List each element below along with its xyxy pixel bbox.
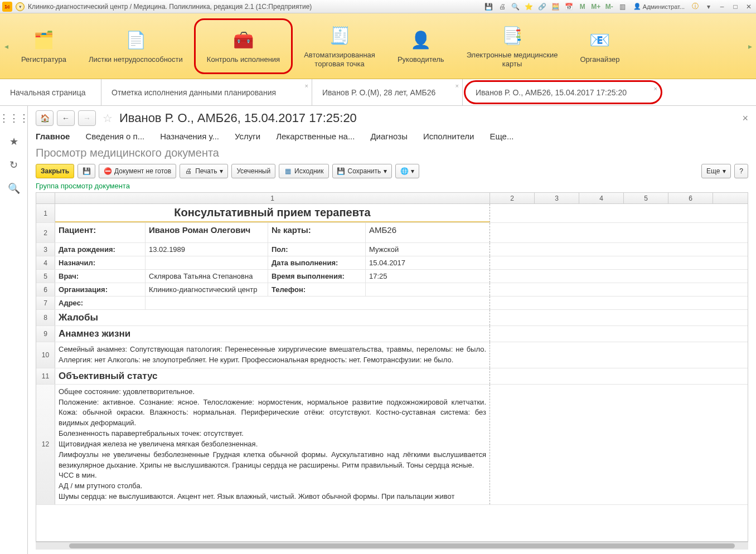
m-minus-icon[interactable]: M-	[604, 2, 614, 12]
not-ready-button[interactable]: ⛔Документ не готов	[99, 164, 176, 178]
spreadsheet[interactable]: 1 2 3 4 5 6 1 Консультативный прием тера…	[36, 192, 748, 542]
row-num[interactable]: 5	[36, 270, 55, 283]
section-organizer[interactable]: 📧 Органайзер	[569, 18, 631, 74]
col-6[interactable]: 6	[668, 193, 713, 203]
tab-label: Начальная страница	[10, 88, 85, 97]
chevron-down-icon: ▾	[723, 167, 726, 175]
close-icon[interactable]: ×	[305, 82, 308, 89]
col-1[interactable]: 1	[55, 193, 490, 203]
save-icon[interactable]: 💾	[484, 2, 494, 12]
truncated-button[interactable]: Усеченный	[231, 164, 275, 178]
apps-icon[interactable]: ⋮⋮⋮	[7, 111, 21, 125]
calc-icon[interactable]: 🧮	[551, 2, 561, 12]
back-button[interactable]: ←	[57, 110, 75, 126]
section-sicklists[interactable]: 📄 Листки нетрудоспособности	[77, 18, 194, 74]
history-icon[interactable]: ↻	[7, 158, 21, 172]
section-control[interactable]: 🧰 Контроль исполнения	[194, 18, 293, 74]
col-4[interactable]: 4	[579, 193, 624, 203]
info-icon[interactable]: ⓘ	[690, 2, 700, 12]
group-link[interactable]: Группа просмотр документа	[36, 182, 748, 190]
row-num[interactable]: 4	[36, 256, 55, 269]
close-icon[interactable]: ×	[654, 85, 657, 92]
section-manager[interactable]: 👤 Руководитель	[386, 18, 455, 74]
scroll-thumb[interactable]	[69, 543, 735, 548]
row-num[interactable]: 11	[36, 368, 55, 384]
section-pos[interactable]: 🧾 Автоматизированная торговая точка	[293, 18, 386, 74]
subtab-diag[interactable]: Диагнозы	[370, 132, 407, 141]
chevron-down-icon: ▾	[220, 167, 223, 175]
help-button[interactable]: ?	[734, 164, 748, 178]
sections-scroll-right[interactable]: ▸	[746, 38, 754, 54]
section-emr[interactable]: 📑 Электронные медицинские карты	[455, 18, 569, 74]
home-button[interactable]: 🏠	[36, 110, 54, 126]
forward-button[interactable]: →	[78, 110, 96, 126]
subtab-drugs[interactable]: Лекарственные на...	[276, 132, 355, 141]
maximize-icon[interactable]: □	[730, 2, 740, 12]
col-3[interactable]: 3	[535, 193, 579, 203]
star-icon[interactable]: ★	[7, 135, 21, 148]
desk-icon: 🗂️	[32, 28, 55, 52]
row-num[interactable]: 6	[36, 283, 55, 296]
sections-scroll-left[interactable]: ◂	[2, 38, 10, 54]
stop-icon: ⛔	[104, 167, 112, 175]
row-12: 12 Общее состояние: удовлетворительное. …	[36, 385, 748, 505]
subtab-exec[interactable]: Исполнители	[423, 132, 474, 141]
user-menu[interactable]: 👤 Администрат...	[631, 3, 687, 10]
globe-button[interactable]: 🌐▾	[395, 164, 419, 178]
chevron-down-icon: ▾	[384, 167, 387, 175]
col-2[interactable]: 2	[490, 193, 535, 203]
row-num[interactable]: 10	[36, 342, 55, 368]
chevron-down-icon: ▾	[411, 167, 414, 175]
globe-icon: 🌐	[400, 167, 408, 175]
row-6: 6 Организация: Клинико-диагностический ц…	[36, 283, 748, 297]
medkit-icon: 🧰	[231, 28, 255, 52]
row-num[interactable]: 3	[36, 243, 55, 256]
col-5[interactable]: 5	[624, 193, 668, 203]
tab-planning[interactable]: Отметка исполнения данными планирования×	[101, 79, 312, 105]
print-button[interactable]: 🖨Печать▾	[180, 164, 228, 178]
subtab-info[interactable]: Сведения о п...	[85, 132, 144, 141]
row-num[interactable]: 1	[36, 204, 55, 222]
panels-icon[interactable]: ▥	[618, 2, 628, 12]
row-num[interactable]: 9	[36, 326, 55, 342]
search-icon[interactable]: 🔍	[7, 182, 21, 195]
close-window-icon[interactable]: ✕	[744, 2, 754, 12]
calendar-icon[interactable]: 📅	[564, 2, 574, 12]
header-row: 🏠 ← → ☆ Иванов Р. О., АМБ26, 15.04.2017 …	[36, 110, 748, 126]
tab-patient-card[interactable]: Иванов Р. О.(М), 28 лет, АМБ26×	[312, 79, 463, 105]
favorite-icon[interactable]: ⭐	[524, 2, 534, 12]
print-icon[interactable]: 🖨	[497, 2, 507, 12]
tab-document[interactable]: Иванов Р. О., АМБ26, 15.04.2017 17:25:20…	[464, 80, 662, 104]
subtab-main[interactable]: Главное	[36, 132, 70, 141]
save-disk-button[interactable]: 💾	[77, 164, 95, 178]
more-button[interactable]: Еще▾	[701, 164, 731, 178]
subtab-services[interactable]: Услуги	[235, 132, 260, 141]
row-num[interactable]: 2	[36, 223, 55, 242]
cell-label: Организация:	[55, 283, 146, 296]
info-dropdown-icon[interactable]: ▾	[704, 2, 714, 12]
preview-icon[interactable]: 🔍	[511, 2, 521, 12]
section-heading: Анамнез жизни	[55, 326, 490, 342]
close-button[interactable]: Закрыть	[36, 164, 74, 178]
tab-home[interactable]: Начальная страница	[0, 79, 101, 105]
favorite-toggle[interactable]: ☆	[103, 111, 113, 125]
app-logo-icon: 1c	[2, 2, 12, 12]
row-3: 3 Дата рождения: 13.02.1989 Пол: Мужской	[36, 243, 748, 256]
row-num[interactable]: 12	[36, 385, 55, 504]
source-button[interactable]: ▦Исходник	[279, 164, 328, 178]
minimize-icon[interactable]: –	[717, 2, 727, 12]
section-registratura[interactable]: 🗂️ Регистратура	[10, 18, 77, 74]
m-icon[interactable]: M	[578, 2, 588, 12]
subtab-naz[interactable]: Назначения у...	[160, 132, 219, 141]
dropdown-icon[interactable]: ▾	[16, 2, 25, 11]
m-plus-icon[interactable]: M+	[591, 2, 601, 12]
row-num[interactable]: 7	[36, 297, 55, 309]
close-page-icon[interactable]: ×	[742, 113, 748, 124]
subtab-more[interactable]: Еще...	[490, 132, 513, 141]
close-icon[interactable]: ×	[455, 82, 459, 89]
disk-icon: 💾	[337, 167, 345, 175]
row-num[interactable]: 8	[36, 310, 55, 325]
link-icon[interactable]: 🔗	[537, 2, 547, 12]
horizontal-scrollbar[interactable]	[36, 542, 748, 550]
save-dropdown-button[interactable]: 💾Сохранить▾	[332, 164, 392, 178]
